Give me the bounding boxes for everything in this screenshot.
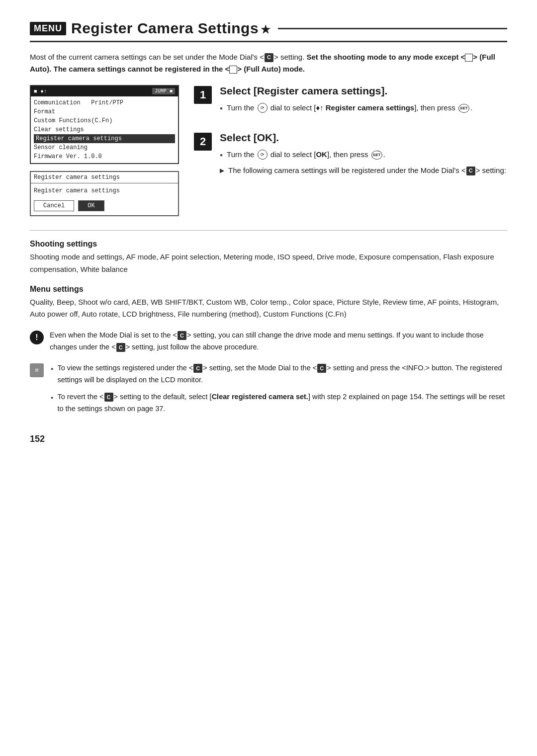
screen-row-6: Firmware Ver. 1.0.0 — [34, 152, 175, 161]
camera-screen-1: ■ ♦↑ JUMP ■ Communication Print/PTP Form… — [30, 85, 179, 164]
screen-body-1: Communication Print/PTP Format Custom Fu… — [31, 96, 178, 163]
screen-jump-badge: JUMP ■ — [152, 88, 175, 94]
step-2-title: Select [OK]. — [220, 132, 507, 144]
title-text: Register Camera Settings — [71, 20, 259, 36]
c-badge-warn2: C — [116, 343, 125, 352]
sub-screen-buttons: Cancel OK — [34, 200, 175, 211]
c-badge-info2: C — [317, 364, 326, 373]
sub-screen-title: Register camera settings — [31, 172, 178, 183]
step-1-title: Select [Register camera settings]. — [220, 85, 507, 97]
set-icon-2: SET — [371, 151, 382, 160]
bullet-tri-1: ▶ — [220, 166, 224, 175]
screens-column: ■ ♦↑ JUMP ■ Communication Print/PTP Form… — [30, 85, 179, 216]
menu-settings-heading: Menu settings — [30, 285, 507, 294]
divider — [30, 230, 507, 231]
info-bullets-list: ● To view the settings registered under … — [51, 362, 507, 415]
sub-screen-label: Register camera settings — [34, 187, 175, 194]
step-2-bullets: ● Turn the ⟳ dial to select [OK], then p… — [220, 149, 507, 176]
screen-row-3: Clear settings — [34, 125, 175, 134]
step-1-bullet-1-text: Turn the ⟳ dial to select [♦↑ Register c… — [227, 102, 472, 114]
step-2-bullet-2: ▶ The following camera settings will be … — [220, 165, 507, 176]
info-note-content: ● To view the settings registered under … — [51, 362, 507, 420]
step-2-bullet-1-text: Turn the ⟳ dial to select [OK], then pre… — [227, 149, 385, 161]
info-bullet-dot-2: ● — [51, 394, 53, 402]
shooting-settings-heading: Shooting settings — [30, 240, 507, 249]
title-star: ★ — [261, 23, 271, 36]
step-2-content: Select [OK]. ● Turn the ⟳ dial to select… — [220, 132, 507, 180]
screen-row-selected: Register camera settings — [34, 134, 175, 143]
info-note-box: ≡ ● To view the settings registered unde… — [30, 362, 507, 420]
info-bullet-dot-1: ● — [51, 365, 53, 373]
warning-note-box: ! Even when the Mode Dial is set to the … — [30, 330, 507, 353]
screen-row-2: Custom Functions(C.Fn) — [34, 116, 175, 125]
screen-row-5: Sensor cleaning — [34, 143, 175, 152]
menu-settings-text: Quality, Beep, Shoot w/o card, AEB, WB S… — [30, 296, 507, 321]
warning-note-text: Even when the Mode Dial is set to the <C… — [50, 330, 507, 353]
title-line — [278, 28, 507, 29]
info-bullet-1: ● To view the settings registered under … — [51, 362, 507, 386]
c-badge-intro: C — [265, 53, 273, 62]
step-2-bullet-2-text: The following camera settings will be re… — [228, 165, 506, 176]
main-layout: ■ ♦↑ JUMP ■ Communication Print/PTP Form… — [30, 85, 507, 216]
page-title-area: MENU Register Camera Settings★ — [30, 20, 507, 42]
page-title-text: Register Camera Settings★ — [71, 20, 271, 37]
menu-badge: MENU — [30, 22, 66, 35]
intro-paragraph: Most of the current camera settings can … — [30, 51, 507, 75]
step-1-number: 1 — [194, 86, 212, 104]
ok-button[interactable]: OK — [78, 200, 104, 211]
step-1-bullets: ● Turn the ⟳ dial to select [♦↑ Register… — [220, 102, 507, 114]
screen-header-left: ■ ♦↑ — [34, 88, 47, 94]
cancel-button[interactable]: Cancel — [34, 200, 74, 211]
dial-icon-2: ⟳ — [258, 150, 268, 160]
step-1-bullet-1: ● Turn the ⟳ dial to select [♦↑ Register… — [220, 102, 507, 114]
shooting-settings-text: Shooting mode and settings, AF mode, AF … — [30, 251, 507, 276]
dial-icon-1: ⟳ — [258, 103, 268, 113]
screen-header-1: ■ ♦↑ JUMP ■ — [31, 86, 178, 96]
info-bullet-2-text: To revert the <C> setting to the default… — [57, 391, 507, 415]
info-bullet-1-text: To view the settings registered under th… — [57, 362, 507, 386]
c-badge-warn1: C — [178, 331, 186, 340]
warning-icon: ! — [30, 331, 44, 344]
step-1-content: Select [Register camera settings]. ● Tur… — [220, 85, 507, 118]
step-2-number: 2 — [194, 133, 212, 151]
shooting-settings-section: Shooting settings Shooting mode and sett… — [30, 240, 507, 276]
info-bullet-2: ● To revert the <C> setting to the defau… — [51, 391, 507, 415]
set-icon-1: SET — [458, 104, 469, 113]
bullet-dot-1: ● — [220, 104, 223, 112]
bullet-dot-2: ● — [220, 151, 223, 159]
c-badge-info3: C — [104, 393, 113, 402]
c-badge-info1: C — [193, 364, 202, 373]
c-badge-step2: C — [466, 167, 475, 175]
info-note-icon: ≡ — [30, 363, 44, 377]
screen-row-1: Format — [34, 107, 175, 116]
step-2-bullet-1: ● Turn the ⟳ dial to select [OK], then p… — [220, 149, 507, 161]
step-2-block: 2 Select [OK]. ● Turn the ⟳ dial to sele… — [194, 132, 507, 180]
screen-row-0: Communication Print/PTP — [34, 98, 175, 107]
steps-column: 1 Select [Register camera settings]. ● T… — [194, 85, 507, 216]
page-number: 152 — [30, 434, 507, 444]
step-1-block: 1 Select [Register camera settings]. ● T… — [194, 85, 507, 118]
menu-settings-section: Menu settings Quality, Beep, Shoot w/o c… — [30, 285, 507, 321]
sub-screen: Register camera settings Register camera… — [30, 171, 179, 216]
sub-screen-body: Register camera settings Cancel OK — [31, 183, 178, 215]
